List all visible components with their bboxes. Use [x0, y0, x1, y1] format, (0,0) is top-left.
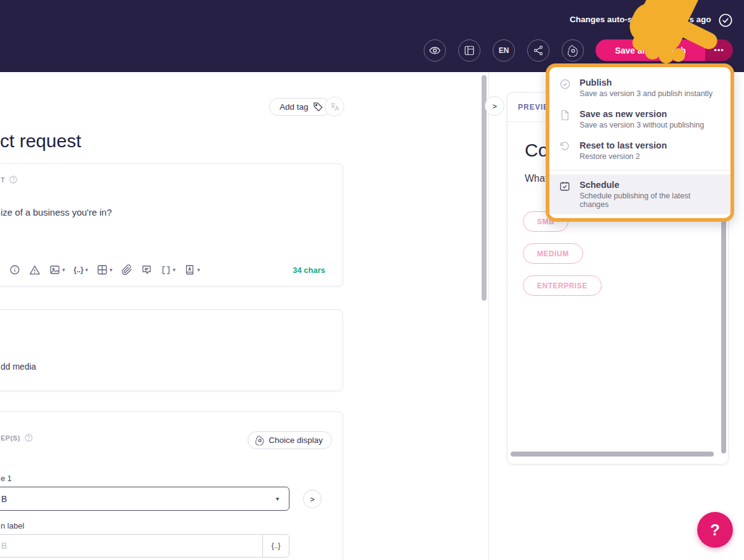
preview-choices: SMB MEDIUM ENTERPRISE	[523, 211, 602, 296]
menu-item-reset-version[interactable]: Reset to last version Restore version 2	[549, 135, 730, 166]
panel-divider	[488, 72, 489, 560]
choice-display-label: Choice display	[269, 436, 323, 445]
button-label-input[interactable]	[0, 534, 262, 558]
chevron-right-icon: >	[492, 102, 497, 111]
undo-icon	[559, 140, 572, 161]
settings-button[interactable]	[562, 39, 584, 62]
language-badge: EN	[499, 46, 509, 55]
insert-variable-button[interactable]: {..}	[262, 534, 289, 558]
info-icon[interactable]	[9, 264, 20, 275]
add-media-link[interactable]: dd media	[1, 362, 36, 371]
question-text[interactable]: ize of a business you're in?	[1, 207, 111, 217]
top-bar: Changes auto-sav s ago EN Save and publi…	[0, 0, 744, 72]
save-options-menu: Publish Save as version 3 and publish in…	[546, 63, 734, 222]
brackets-icon[interactable]: ▾	[161, 265, 176, 275]
preview-horizontal-scrollbar[interactable]	[511, 452, 714, 457]
attachment-icon[interactable]	[121, 264, 132, 275]
topbar-icon-row: EN	[424, 39, 584, 62]
image-icon[interactable]: ▾	[49, 264, 65, 275]
glossary-icon[interactable]: ▾	[184, 264, 200, 275]
add-tag-button[interactable]: Add tag	[269, 98, 331, 116]
autosave-status: Changes auto-sav s ago	[570, 15, 711, 24]
autosave-status-left: Changes auto-sav	[570, 15, 641, 24]
char-count: 34 chars	[293, 266, 325, 275]
menu-item-subtitle: Save as version 3 and publish instantly	[580, 89, 713, 98]
choice-field-label: e 1	[1, 474, 12, 483]
choice-display-button[interactable]: Choice display	[248, 431, 332, 449]
autosave-status-right: s ago	[689, 15, 711, 24]
warning-icon[interactable]	[29, 264, 41, 276]
variable-icon[interactable]: {..}▾	[74, 266, 89, 274]
language-button[interactable]: EN	[493, 39, 515, 62]
help-button[interactable]: ?	[697, 512, 733, 548]
collapse-preview-button[interactable]: >	[485, 96, 504, 116]
preview-question-text: What	[525, 173, 548, 184]
next-steps-card: EP(S) Choice display e 1 B ▾ > n label {…	[0, 412, 343, 560]
choice-pill-medium[interactable]: MEDIUM	[523, 243, 583, 264]
save-split-button: Save and publish •••	[596, 39, 733, 61]
translate-icon	[330, 102, 340, 112]
settings-icon	[567, 45, 579, 57]
check-circle-icon	[559, 78, 572, 98]
menu-item-title: Reset to last version	[580, 140, 667, 150]
chevron-right-icon: >	[310, 495, 315, 504]
button-label-input-row: {..}	[0, 534, 289, 558]
table-icon[interactable]: ▾	[97, 264, 113, 275]
add-tag-label: Add tag	[280, 102, 309, 112]
layout-button[interactable]	[458, 39, 480, 62]
save-more-button[interactable]: •••	[705, 39, 733, 61]
settings-icon	[255, 436, 265, 445]
next-steps-label-text: EP(S)	[1, 434, 20, 442]
check-circle-icon	[718, 12, 734, 28]
chevron-down-icon: ▾	[276, 495, 279, 502]
tag-icon	[313, 102, 323, 112]
menu-item-subtitle: Restore version 2	[580, 152, 667, 161]
layout-icon	[464, 45, 475, 56]
menu-item-title: Schedule	[580, 180, 721, 190]
calendar-check-icon	[559, 180, 572, 209]
translate-button[interactable]	[325, 97, 344, 116]
preview-vertical-scrollbar[interactable]	[721, 216, 726, 453]
menu-item-publish[interactable]: Publish Save as version 3 and publish in…	[549, 72, 730, 103]
menu-item-title: Save as new version	[580, 109, 704, 119]
question-card: T ize of a business you're in? ▾ {..}▾ ▾…	[0, 163, 343, 286]
eye-icon	[429, 44, 441, 57]
help-icon[interactable]	[9, 175, 18, 184]
preview-eye-button[interactable]	[424, 39, 446, 62]
choice-pill-enterprise[interactable]: ENTERPRISE	[523, 275, 602, 296]
next-steps-label: EP(S)	[1, 433, 33, 442]
choice-select[interactable]: B ▾	[0, 487, 289, 511]
help-icon[interactable]	[24, 433, 33, 442]
question-toolbar: ▾ {..}▾ ▾ ▾ ▾ 34 chars	[9, 261, 325, 278]
comment-icon[interactable]	[141, 264, 152, 275]
share-icon	[533, 45, 544, 56]
menu-divider	[549, 170, 730, 171]
expand-choice-button[interactable]: >	[303, 490, 321, 508]
survey-title[interactable]: ct request	[0, 131, 81, 152]
menu-item-subtitle: Save as version 3 without publishing	[580, 121, 704, 129]
menu-item-save-new-version[interactable]: Save as new version Save as version 3 wi…	[549, 103, 730, 135]
share-button[interactable]	[527, 39, 549, 62]
question-card-label: T	[1, 175, 18, 184]
menu-item-schedule[interactable]: Schedule Schedule publishing of the late…	[549, 174, 730, 214]
menu-item-subtitle: Schedule publishing of the latest change…	[580, 192, 721, 209]
menu-item-title: Publish	[580, 78, 713, 87]
save-and-publish-button[interactable]: Save and publish	[596, 39, 705, 61]
media-card: dd media	[0, 309, 343, 391]
question-label-text: T	[1, 176, 5, 184]
choice-select-value: B	[1, 494, 7, 504]
button-label-field-label: n label	[1, 521, 24, 530]
file-icon	[559, 109, 572, 129]
